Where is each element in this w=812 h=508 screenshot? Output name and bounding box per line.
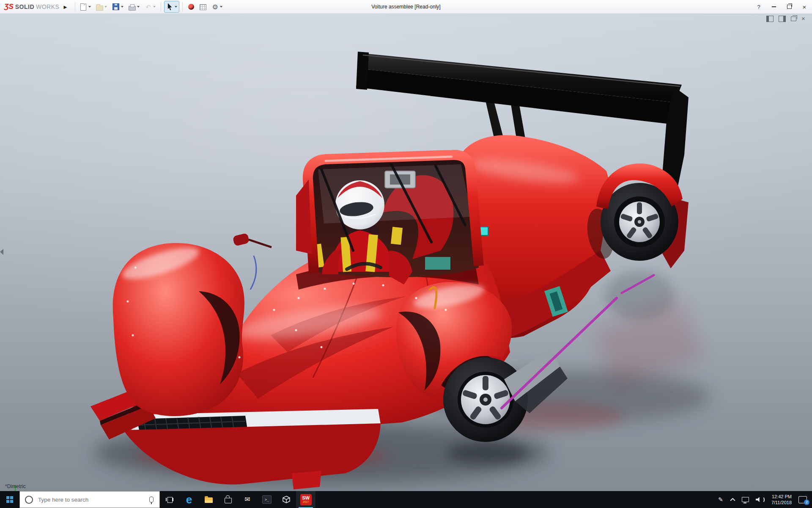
- close-button[interactable]: ×: [797, 0, 812, 14]
- folder-icon: [205, 497, 213, 503]
- pen-icon[interactable]: ✎: [718, 496, 723, 503]
- edge-button[interactable]: e: [179, 491, 199, 508]
- taskbar-clock[interactable]: 12:42 PM 7/11/2018: [771, 494, 792, 506]
- new-document-icon: [80, 3, 86, 11]
- print-button[interactable]: [126, 1, 142, 13]
- solidworks-app-button[interactable]: SW 2017: [296, 491, 315, 508]
- save-floppy-icon: [112, 3, 119, 10]
- file-explorer-button[interactable]: [199, 491, 218, 508]
- windows-taskbar: e ✉ >_ SW 2017 ✎: [0, 491, 812, 508]
- print-icon: [129, 6, 136, 11]
- cortana-circle-icon: [25, 496, 33, 504]
- titlebar: ƷSSOLIDWORKS ▶ Voiture assemblee [Read-o…: [0, 0, 812, 14]
- store-button[interactable]: [218, 491, 238, 508]
- graphics-area[interactable]: × *Dimetric: [0, 14, 812, 491]
- appearances-button[interactable]: [186, 1, 197, 13]
- toolbar-separator: [182, 2, 183, 11]
- minimize-button[interactable]: [766, 0, 782, 14]
- save-button[interactable]: [110, 1, 126, 13]
- envelope-icon: ✉: [244, 496, 250, 503]
- new-document-button[interactable]: [77, 1, 93, 13]
- race-car-model: [0, 14, 812, 491]
- console-icon: >_: [262, 495, 272, 504]
- dropdown-arrow-icon: [137, 6, 140, 8]
- task-view-button[interactable]: [160, 491, 179, 508]
- brand-text-primary: SOLID: [15, 3, 34, 10]
- hidden-icons-chevron[interactable]: [730, 498, 735, 501]
- design-table-button[interactable]: [198, 1, 208, 13]
- restore-button[interactable]: [782, 0, 797, 14]
- toolbar-separator: [161, 2, 161, 11]
- shopping-bag-icon: [225, 498, 232, 503]
- rear-wheel: [596, 163, 683, 261]
- cockpit: [296, 155, 488, 284]
- options-gear-icon: [211, 3, 219, 11]
- quick-access-toolbar: [77, 1, 225, 13]
- 3d-viewer-button[interactable]: [277, 491, 296, 508]
- select-cursor-icon: [166, 3, 173, 11]
- dropdown-arrow-icon: [104, 6, 107, 8]
- taskbar-search[interactable]: [19, 491, 160, 508]
- panel-collapse-arrow[interactable]: [0, 249, 3, 255]
- options-button[interactable]: [209, 1, 225, 13]
- design-table-icon: [200, 4, 206, 10]
- clock-date: 7/11/2018: [771, 500, 792, 505]
- select-tool-button[interactable]: [164, 1, 179, 13]
- dropdown-arrow-icon: [175, 6, 177, 8]
- left-front-fender: [113, 241, 244, 416]
- pane-right-icon[interactable]: [779, 16, 786, 22]
- network-icon[interactable]: [742, 497, 749, 502]
- document-window-controls: ×: [766, 16, 808, 22]
- mail-button[interactable]: ✉: [238, 491, 257, 508]
- appearance-sphere-icon: [188, 4, 194, 10]
- dropdown-arrow-icon: [153, 6, 156, 8]
- help-button[interactable]: ?: [751, 0, 766, 14]
- undo-arrow-icon: [145, 3, 152, 11]
- task-view-icon: [166, 497, 173, 502]
- open-button[interactable]: [94, 1, 109, 13]
- notification-badge: 2: [804, 500, 809, 505]
- dropdown-arrow-icon: [220, 6, 222, 8]
- clock-time: 12:42 PM: [771, 494, 792, 500]
- menu-expand-button[interactable]: ▶: [63, 5, 67, 9]
- undo-button[interactable]: [143, 1, 158, 13]
- solidworks-window: ƷSSOLIDWORKS ▶ Voiture assemblee [Read-o…: [0, 0, 812, 508]
- dropdown-arrow-icon: [121, 6, 123, 8]
- open-folder-icon: [96, 6, 103, 11]
- view-orientation-label: *Dimetric: [5, 483, 26, 489]
- cube-icon: [282, 495, 291, 504]
- search-input[interactable]: [37, 496, 149, 503]
- dassault-mark-icon: ƷS: [4, 3, 14, 11]
- pane-left-icon[interactable]: [766, 16, 774, 22]
- system-tray: ✎ 12:42 PM 7/11/2018 2: [718, 494, 812, 506]
- microphone-icon[interactable]: [149, 497, 154, 502]
- edge-icon: e: [186, 494, 192, 505]
- windows-logo-icon: [6, 496, 13, 503]
- solidworks-logo: ƷSSOLIDWORKS: [4, 3, 59, 11]
- restore-document-icon[interactable]: [791, 17, 796, 21]
- volume-icon[interactable]: [756, 497, 765, 503]
- toolbar-separator: [75, 2, 75, 11]
- start-button[interactable]: [0, 491, 19, 508]
- console-app-button[interactable]: >_: [257, 491, 277, 508]
- side-mirror: [233, 233, 250, 246]
- document-title: Voiture assemblee [Read-only]: [371, 4, 440, 10]
- window-controls: ? ×: [751, 0, 812, 14]
- close-document-icon[interactable]: ×: [801, 16, 808, 21]
- action-center-button[interactable]: 2: [798, 496, 807, 503]
- solidworks-app-icon: SW 2017: [300, 494, 312, 505]
- brand-text-secondary: WORKS: [36, 3, 59, 10]
- dropdown-arrow-icon: [88, 6, 91, 8]
